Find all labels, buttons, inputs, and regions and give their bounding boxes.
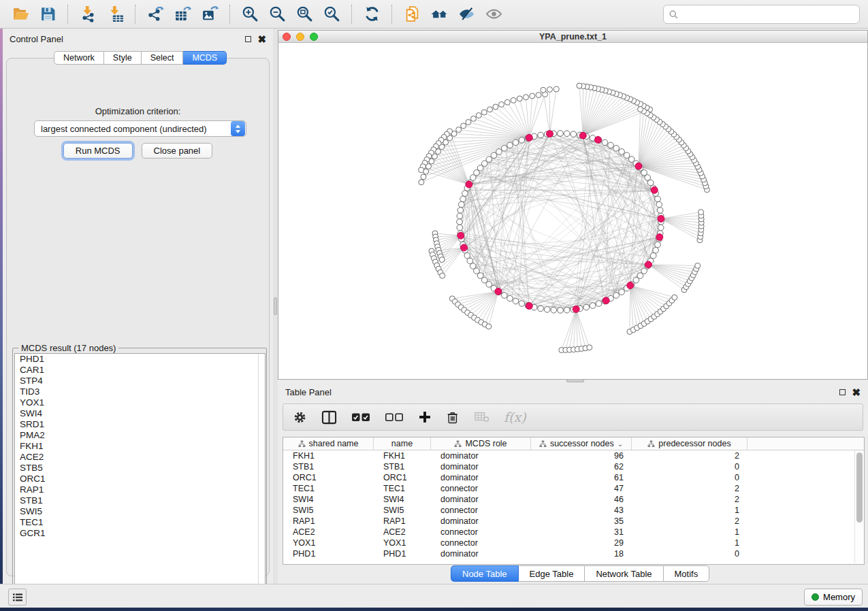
- result-list-scrollbar[interactable]: [258, 354, 259, 599]
- apply-layout-button[interactable]: [361, 4, 383, 24]
- export-network-button[interactable]: [144, 4, 166, 24]
- list-item[interactable]: STB5: [15, 463, 265, 474]
- tab-style[interactable]: Style: [104, 51, 142, 65]
- column-header-successor-nodes[interactable]: successor nodes⌄: [531, 437, 632, 450]
- table-cell: RAP1: [374, 516, 431, 526]
- list-item[interactable]: RAP1: [15, 484, 265, 495]
- zoom-selected-icon: [323, 5, 340, 22]
- table-tab-motifs[interactable]: Motifs: [664, 565, 710, 582]
- table-row[interactable]: TEC1TEC1connector472: [283, 483, 864, 494]
- list-item[interactable]: STB1: [15, 495, 265, 506]
- run-mcds-button[interactable]: Run MCDS: [63, 143, 133, 159]
- hide-selected-button[interactable]: [455, 4, 477, 24]
- zoom-out-button[interactable]: [266, 4, 288, 24]
- search-input[interactable]: [682, 10, 854, 20]
- export-image-button[interactable]: [199, 4, 221, 24]
- network-canvas[interactable]: [278, 43, 867, 379]
- column-header-label: MCDS role: [465, 439, 507, 448]
- list-item[interactable]: FKH1: [15, 441, 265, 452]
- clone-network-button[interactable]: [401, 4, 423, 24]
- close-panel-icon[interactable]: ✖: [257, 36, 266, 42]
- list-item[interactable]: TEC1: [15, 517, 265, 528]
- clear-checks-button[interactable]: [385, 408, 404, 427]
- memory-status-icon: [811, 593, 819, 601]
- import-network-button[interactable]: [77, 4, 99, 24]
- list-item[interactable]: SWI5: [15, 506, 265, 517]
- table-row[interactable]: PHD1PHD1dominator180: [283, 548, 864, 559]
- mcds-result-group: MCDS result (17 nodes) PHD1CAR1STP4TID3Y…: [12, 348, 267, 601]
- list-item[interactable]: ORC1: [15, 474, 265, 484]
- tab-network[interactable]: Network: [54, 51, 104, 65]
- save-session-button[interactable]: [37, 4, 59, 24]
- import-table-button[interactable]: [104, 4, 126, 24]
- table-row[interactable]: SWI5SWI5connector431: [283, 505, 864, 516]
- maximize-window-icon[interactable]: [310, 33, 318, 41]
- export-table-button[interactable]: [172, 4, 193, 24]
- column-header-MCDS-role[interactable]: MCDS role: [431, 437, 531, 450]
- list-item[interactable]: YOX1: [15, 397, 265, 408]
- criterion-dropdown[interactable]: largest connected component (undirected): [34, 120, 246, 137]
- select-all-checks-button[interactable]: [351, 408, 370, 427]
- table-row[interactable]: YOX1YOX1connector291: [283, 538, 864, 548]
- table-row[interactable]: SWI4SWI4dominator462: [283, 494, 864, 505]
- export-network-icon: [147, 5, 164, 22]
- node-table-rows: FKH1FKH1dominator962STB1STB1dominator620…: [283, 450, 864, 559]
- close-table-panel-icon[interactable]: ✖: [852, 389, 861, 395]
- show-columns-button[interactable]: [321, 408, 337, 427]
- list-item[interactable]: ACE2: [15, 452, 265, 463]
- list-item[interactable]: PMA2: [15, 430, 265, 441]
- eye-icon: [485, 5, 502, 22]
- table-row[interactable]: FKH1FKH1dominator962: [283, 450, 864, 461]
- list-item[interactable]: GCR1: [15, 528, 265, 539]
- list-item[interactable]: PHD1: [15, 354, 265, 365]
- table-cell: PHD1: [374, 549, 431, 559]
- column-header-predecessor-nodes[interactable]: predecessor nodes: [632, 437, 748, 450]
- table-cell: connector: [431, 506, 531, 515]
- status-bar: Memory: [0, 584, 868, 608]
- first-neighbors-button[interactable]: [428, 4, 450, 24]
- open-file-button[interactable]: [10, 4, 31, 24]
- float-panel-icon[interactable]: [245, 36, 251, 42]
- column-header-shared-name[interactable]: shared name: [283, 437, 374, 450]
- eye-slash-icon: [458, 5, 475, 22]
- zoom-in-button[interactable]: [239, 4, 261, 24]
- list-item[interactable]: SRD1: [15, 419, 265, 430]
- list-item[interactable]: SWI4: [15, 408, 265, 419]
- add-column-button[interactable]: [418, 408, 432, 427]
- table-panel-header: Table Panel ✖: [278, 382, 868, 401]
- table-scrollbar-thumb[interactable]: [856, 452, 863, 523]
- show-panels-button[interactable]: [8, 589, 27, 606]
- mcds-result-list[interactable]: PHD1CAR1STP4TID3YOX1SWI4SRD1PMA2FKH1ACE2…: [14, 353, 266, 600]
- minimize-window-icon[interactable]: [296, 33, 304, 41]
- network-window-titlebar[interactable]: YPA_prune.txt_1: [278, 31, 867, 43]
- close-panel-button[interactable]: Close panel: [142, 143, 213, 159]
- column-type-icon: [539, 440, 547, 448]
- float-table-panel-icon[interactable]: [839, 389, 846, 395]
- list-item[interactable]: TID3: [15, 386, 265, 397]
- list-item[interactable]: STP4: [15, 376, 265, 386]
- table-tab-node-table[interactable]: Node Table: [451, 565, 519, 582]
- table-cell: 0: [632, 473, 748, 482]
- zoom-fit-button[interactable]: [293, 4, 315, 24]
- table-row[interactable]: RAP1RAP1dominator352: [283, 516, 864, 527]
- memory-button[interactable]: Memory: [804, 589, 863, 606]
- table-tab-network-table[interactable]: Network Table: [585, 565, 663, 582]
- list-item[interactable]: CAR1: [15, 365, 265, 376]
- table-scrollbar[interactable]: [854, 450, 864, 563]
- delete-columns-button[interactable]: [446, 408, 460, 427]
- tab-mcds[interactable]: MCDS: [183, 51, 227, 65]
- vertical-splitter-grip[interactable]: [274, 297, 277, 315]
- table-tab-edge-table[interactable]: Edge Table: [519, 565, 585, 582]
- tab-select[interactable]: Select: [142, 51, 184, 65]
- zoom-selected-button[interactable]: [321, 4, 342, 24]
- close-window-icon[interactable]: [283, 33, 291, 41]
- table-options-button[interactable]: [293, 408, 307, 427]
- control-panel-header: Control Panel ✖: [3, 29, 273, 49]
- table-row[interactable]: STB1STB1dominator620: [283, 461, 864, 472]
- show-all-button[interactable]: [483, 4, 504, 24]
- column-header-name[interactable]: name: [374, 437, 431, 450]
- table-row[interactable]: ORC1ORC1dominator610: [283, 472, 864, 483]
- table-cell: dominator: [431, 462, 531, 472]
- table-row[interactable]: ACE2ACE2connector311: [283, 527, 864, 538]
- table-cell: YOX1: [283, 538, 374, 548]
